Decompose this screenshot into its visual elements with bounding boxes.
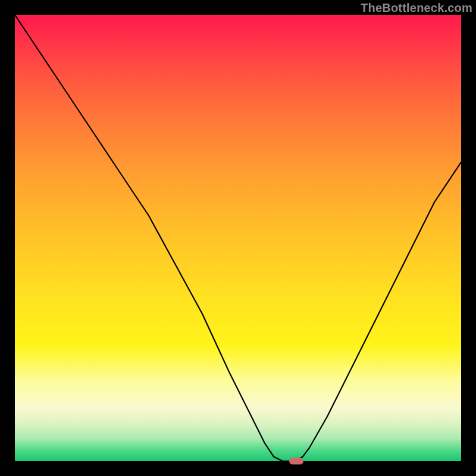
plot-area: [15, 15, 461, 461]
chart-frame: TheBottleneck.com: [0, 0, 476, 476]
watermark-text: TheBottleneck.com: [361, 1, 472, 15]
optimum-marker: [289, 458, 303, 465]
bottleneck-curve: [15, 15, 461, 461]
